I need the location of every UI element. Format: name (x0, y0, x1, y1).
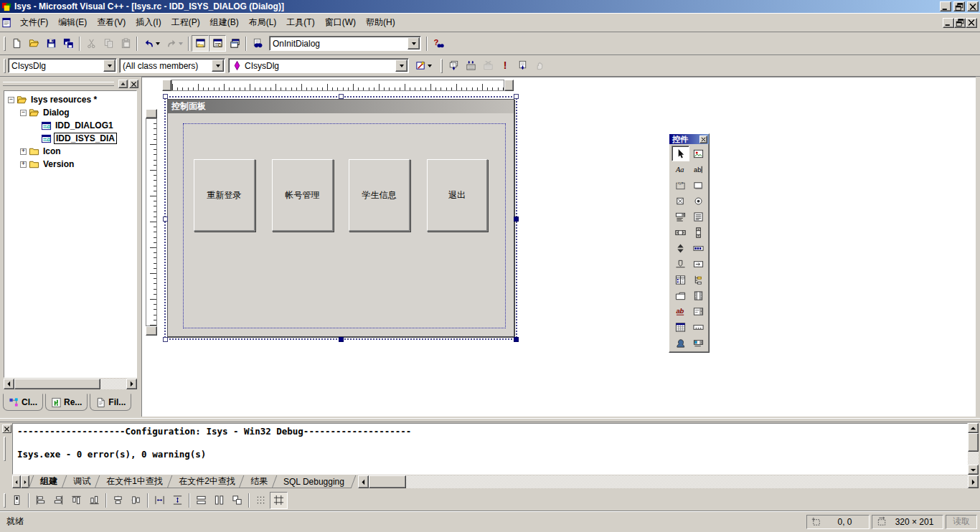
scroll-right-button[interactable] (126, 379, 137, 389)
execute-program-button[interactable]: ! (496, 57, 514, 74)
make-same-size-button[interactable] (228, 492, 246, 509)
align-right-button[interactable] (50, 492, 67, 509)
selection-handle[interactable] (339, 94, 344, 99)
scroll-left-button[interactable] (358, 475, 369, 488)
month-calendar-tool[interactable] (672, 319, 689, 335)
menu-文件F[interactable]: 文件(F) (15, 14, 53, 31)
go-button[interactable] (514, 57, 531, 74)
member-combo[interactable]: CIsysDlg (228, 58, 409, 73)
menu-编辑E[interactable]: 编辑(E) (53, 14, 92, 31)
edit-box-tool[interactable]: ab (689, 161, 707, 177)
custom-control-tool[interactable] (672, 335, 689, 351)
selection-handle[interactable] (514, 217, 519, 222)
horizontal-scrollbar-tool[interactable] (672, 224, 689, 240)
combo-box-tool[interactable] (672, 209, 689, 224)
center-horizontal-button[interactable] (127, 492, 145, 509)
restore-button[interactable] (953, 1, 965, 11)
button-tool[interactable] (689, 177, 707, 193)
redo-button[interactable] (163, 35, 186, 52)
open-file-button[interactable] (25, 35, 42, 52)
selection-handle[interactable] (163, 94, 168, 99)
mdi-document-icon[interactable] (1, 17, 12, 28)
toolbar-grip[interactable] (4, 37, 6, 51)
spin-tool[interactable] (672, 240, 689, 256)
save-all-button[interactable] (60, 35, 77, 52)
workspace-tab-classview[interactable]: Cl... (3, 394, 43, 411)
class-combo[interactable]: CIsysDlg (8, 58, 117, 73)
menu-工程P[interactable]: 工程(P) (166, 14, 205, 31)
members-filter-combo[interactable]: (All class members) (119, 58, 225, 73)
breakpoint-button[interactable] (531, 57, 548, 74)
stop-build-button[interactable] (479, 57, 496, 74)
scroll-left-button[interactable] (4, 379, 14, 389)
make-same-width-button[interactable] (192, 492, 210, 509)
menu-工具T[interactable]: 工具(T) (281, 14, 319, 31)
tree-expander[interactable]: + (20, 161, 27, 168)
dropdown-caret-icon[interactable] (428, 65, 432, 70)
selection-handle[interactable] (514, 94, 519, 99)
pane-close-button[interactable] (129, 80, 138, 88)
hot-key-tool[interactable] (689, 256, 707, 272)
designed-button[interactable]: 重新登录 (194, 159, 255, 232)
menu-布局L[interactable]: 布局(L) (244, 14, 282, 31)
minimize-button[interactable] (940, 1, 951, 11)
copy-button[interactable] (100, 35, 117, 52)
animate-tool[interactable] (689, 288, 707, 303)
make-same-height-button[interactable] (210, 492, 228, 509)
scroll-up-button[interactable] (968, 423, 979, 433)
menu-窗口W[interactable]: 窗口(W) (320, 14, 361, 31)
tab-control-tool[interactable] (672, 288, 689, 303)
toolbar-grip[interactable] (4, 493, 6, 508)
selection-handle[interactable] (163, 217, 168, 222)
member-combo-dropdown[interactable] (395, 60, 407, 72)
tree-item-Dialog[interactable]: −Dialog (5, 106, 136, 119)
dropdown-caret-icon[interactable] (156, 42, 160, 47)
list-box-tool[interactable] (689, 209, 707, 224)
compile-button[interactable] (445, 57, 462, 74)
tab-scroll-left-button[interactable] (12, 475, 21, 488)
output-tab-SQL Debugging[interactable]: SQL Debugging (272, 475, 357, 488)
find-combo-dropdown[interactable] (407, 37, 420, 49)
rich-edit-tool[interactable]: ab (672, 303, 689, 319)
selection-handle[interactable] (163, 337, 168, 342)
scroll-down-button[interactable] (968, 465, 979, 475)
controls-palette-titlebar[interactable]: 控件 (669, 134, 709, 144)
tree-item-IDD_DIALOG1[interactable]: IDD_DIALOG1 (5, 119, 136, 132)
static-text-tool[interactable]: Aa (672, 161, 689, 177)
dropdown-caret-icon[interactable] (179, 42, 183, 47)
output-vertical-scrollbar[interactable] (968, 423, 979, 475)
scrollbar-track[interactable] (100, 379, 126, 389)
tree-horizontal-scrollbar[interactable] (4, 379, 137, 389)
pane-gripper[interactable] (3, 82, 114, 86)
designed-dialog-client[interactable]: 重新登录帐号管理学生信息退出 (168, 113, 514, 336)
tree-expander[interactable]: − (20, 110, 27, 116)
workspace-toggle-button[interactable] (192, 35, 209, 52)
wizard-actions-button[interactable] (412, 57, 435, 74)
center-vertical-button[interactable] (109, 492, 127, 509)
radio-button-tool[interactable] (689, 193, 707, 209)
tree-expander[interactable]: + (20, 148, 27, 155)
extended-combo-tool[interactable] (689, 335, 707, 351)
align-top-button[interactable] (67, 492, 85, 509)
mdi-minimize-button[interactable] (943, 18, 954, 28)
find-in-files-button[interactable] (249, 35, 266, 52)
list-control-tool[interactable] (672, 272, 689, 288)
tree-item-Version[interactable]: +Version (5, 158, 136, 171)
scrollbar-thumb[interactable] (14, 379, 100, 389)
mdi-close-button[interactable] (966, 18, 977, 28)
menu-帮助H[interactable]: 帮助(H) (361, 14, 400, 31)
class-combo-dropdown[interactable] (103, 60, 116, 72)
space-down-button[interactable] (169, 492, 187, 509)
menu-组建B[interactable]: 组建(B) (205, 14, 244, 31)
output-text-area[interactable]: --------------------Configuration: Isys … (12, 423, 968, 475)
scrollbar-track[interactable] (968, 452, 979, 465)
output-gripper[interactable] (4, 437, 6, 461)
toolbar-grip[interactable] (4, 59, 6, 73)
picture-tool[interactable] (689, 146, 707, 161)
select-tool[interactable] (672, 146, 689, 161)
output-tab-在文件2中查找[interactable]: 在文件2中查找 (166, 475, 246, 488)
designed-dialog[interactable]: 控制面板 重新登录帐号管理学生信息退出 (167, 99, 514, 337)
scrollbar-thumb[interactable] (968, 433, 979, 452)
workspace-tab-fileview[interactable]: Fil... (90, 394, 131, 411)
pane-expand-button[interactable] (118, 80, 128, 88)
